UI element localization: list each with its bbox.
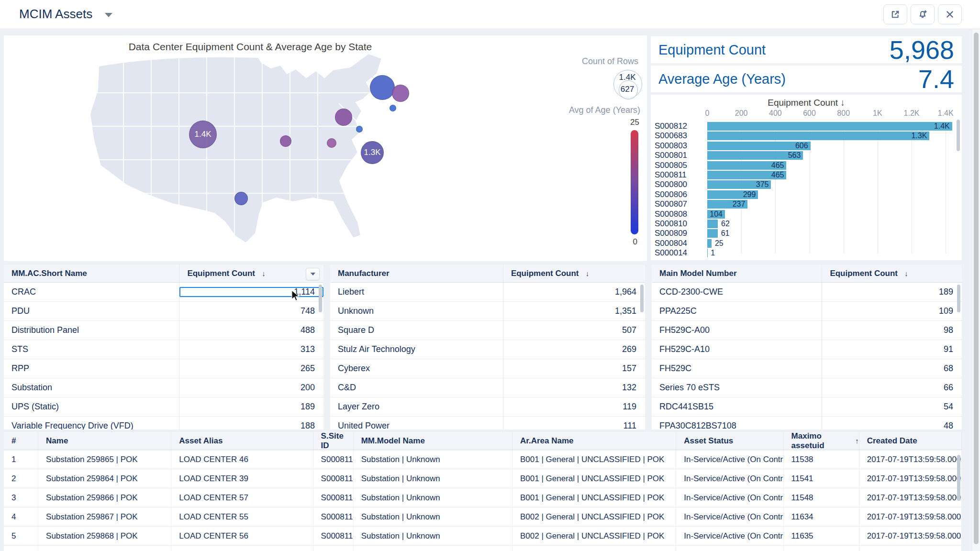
state-bubble[interactable]: 1.3K [361,141,384,164]
state-bubble[interactable] [280,135,291,147]
detail-cell[interactable]: 2 [4,469,38,488]
column-header[interactable]: Maximo assetuid ↑ [784,432,859,450]
table-row[interactable]: 4Substation 259867 | POKLOAD CENTER 55S0… [4,507,962,527]
bar[interactable] [707,229,718,238]
column-header[interactable]: Equipment Count ↓ [503,269,645,278]
detail-cell[interactable]: 2017-07-19T13:59:58.000Z [859,469,962,488]
table-row[interactable]: 1Substation 259865 | POKLOAD CENTER 46S0… [4,450,962,469]
detail-cell[interactable]: Substation | Unknown [354,507,512,526]
count-cell[interactable]: 48 [822,421,962,430]
column-header[interactable]: Main Model Number [652,264,822,282]
table-row[interactable]: FH529C68 [652,359,962,378]
table-row[interactable]: 6Substation 259869 | POKLOAD CENTER 75S0… [4,546,962,551]
name-cell[interactable]: Liebert [330,283,503,301]
detail-cell[interactable]: 11541 [784,469,859,488]
table-row[interactable]: PDU748 [4,302,323,321]
detail-cell[interactable]: Substation 259867 | POK [38,507,171,526]
name-cell[interactable]: Variable Frequency Drive (VFD) [4,417,179,430]
table-row[interactable]: Cyberex157 [330,359,645,378]
bar[interactable]: 1.4K [707,122,952,131]
detail-cell[interactable]: S000811 [313,488,354,507]
count-cell[interactable]: 748 [179,306,323,316]
detail-cell[interactable]: Substation | Unknown [354,546,512,551]
detail-cell[interactable]: LOAD CENTER 56 [171,527,313,545]
table-scrollbar-thumb[interactable] [319,285,322,312]
table-row[interactable]: CRAC1,114 [4,283,323,302]
state-bubble[interactable]: 1.4K [189,121,217,148]
close-button[interactable] [938,4,962,24]
detail-cell[interactable]: 11634 [784,507,859,526]
bar[interactable]: 465 [707,161,786,170]
bar[interactable]: 465 [707,171,786,179]
detail-cell[interactable]: B002 | General | UNCLASSIFIED | POK [512,546,676,551]
detail-cell[interactable]: 2017-07-19T13:59:58.000Z [859,507,962,526]
column-header[interactable]: Name [38,432,171,450]
name-cell[interactable]: CRAC [4,283,179,301]
name-cell[interactable]: FH529C-A10 [652,340,822,359]
detail-cell[interactable]: LOAD CENTER 57 [171,488,313,507]
column-header[interactable]: Created Date [859,432,962,450]
detail-cell[interactable]: In-Service/Active (On Contract) [676,527,783,545]
column-header[interactable]: Equipment Count ↓ [179,269,323,278]
state-bubble[interactable] [234,192,248,205]
detail-cell[interactable]: Substation | Unknown [354,450,512,469]
detail-cell[interactable]: 3 [4,488,38,507]
column-header[interactable]: Equipment Count ↓ [822,269,962,278]
detail-cell[interactable]: LOAD CENTER 46 [171,450,313,469]
detail-cell[interactable]: 11548 [784,488,859,507]
table-scrollbar-thumb[interactable] [640,285,644,312]
detail-cell[interactable]: 11635 [784,527,859,545]
detail-cell[interactable]: S000811 [313,469,354,488]
table-row[interactable]: 2Substation 259864 | POKLOAD CENTER 39S0… [4,469,962,488]
page-scrollbar[interactable] [972,29,980,551]
detail-cell[interactable]: LOAD CENTER 55 [171,507,313,526]
detail-cell[interactable]: In-Service/Active (On Contract) [676,469,783,488]
detail-cell[interactable]: Substation | Unknown [354,527,512,545]
table-row[interactable]: RDC441SB1554 [652,397,962,417]
table-row[interactable]: Unknown1,351 [330,302,645,321]
table-row[interactable]: Variable Frequency Drive (VFD)188 [4,417,323,430]
table-row[interactable]: Square D507 [330,321,645,340]
detail-cell[interactable]: S000811 [313,527,354,545]
dashboard-title-menu[interactable]: MCIM Assets [19,7,112,22]
subscribe-button[interactable] [911,4,935,24]
count-cell[interactable]: 132 [503,383,645,393]
count-cell[interactable]: 269 [503,344,645,354]
detail-cell[interactable]: 11636 [784,546,859,551]
table-scrollbar-thumb[interactable] [957,455,960,501]
detail-cell[interactable]: 11538 [784,450,859,469]
table-row[interactable]: PPA225C109 [652,302,962,321]
bar[interactable]: 299 [707,190,758,199]
detail-cell[interactable]: S000811 [313,507,354,526]
table-row[interactable]: 3Substation 259866 | POKLOAD CENTER 57S0… [4,488,962,507]
name-cell[interactable]: FH529C [652,359,822,378]
column-filter-button[interactable] [306,268,320,280]
state-bubble[interactable] [327,138,336,148]
table-row[interactable]: Layer Zero119 [330,397,645,417]
state-bubble[interactable] [356,126,363,132]
detail-cell[interactable]: In-Service/Active (On Contract) [676,450,783,469]
bar[interactable] [707,220,718,228]
table-row[interactable]: Stulz Air Technology269 [330,340,645,359]
name-cell[interactable]: Stulz Air Technology [330,340,503,359]
count-cell[interactable]: 188 [179,421,323,430]
column-header[interactable]: Manufacturer [330,264,503,282]
count-cell[interactable]: 189 [822,287,962,297]
count-cell[interactable]: 313 [179,344,323,354]
table-row[interactable]: United Power111 [330,417,645,430]
column-header[interactable]: S.Site ID [313,432,354,450]
detail-cell[interactable]: In-Service/Active (On Contract) [676,507,783,526]
name-cell[interactable]: UPS (Static) [4,397,179,416]
state-bubble[interactable] [335,109,352,126]
name-cell[interactable]: United Power [330,417,503,430]
detail-cell[interactable]: 2017-07-19T13:59:58.000Z [859,450,962,469]
detail-cell[interactable]: 2017-07-19T13:59:58.000Z [859,527,962,545]
detail-cell[interactable]: S000811 [313,450,354,469]
state-bubble[interactable] [392,85,409,102]
count-cell[interactable]: 109 [822,306,962,316]
count-cell[interactable]: 54 [822,402,962,412]
name-cell[interactable]: Cyberex [330,359,503,378]
column-header[interactable]: Asset Status [676,432,783,450]
detail-cell[interactable]: 5 [4,527,38,545]
count-cell[interactable]: 1,964 [503,287,645,297]
